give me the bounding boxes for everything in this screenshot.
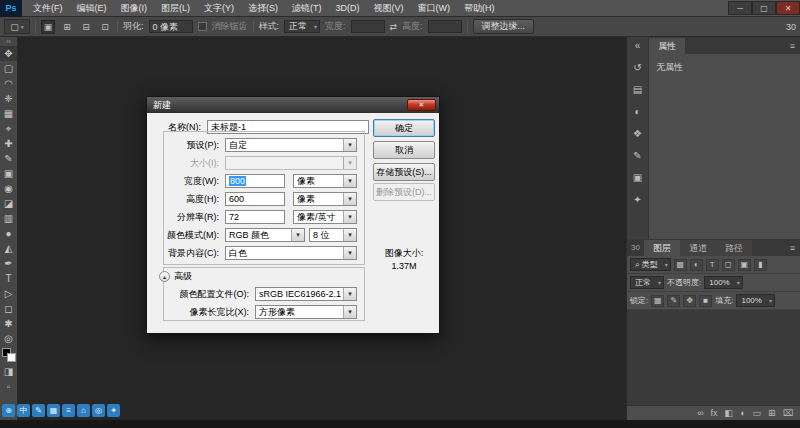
styles-panel-icon[interactable]: ❖ (633, 128, 642, 139)
background-color-swatch[interactable] (7, 353, 16, 362)
gradient-tool-icon[interactable]: ▥ (0, 211, 17, 226)
menu-item-view[interactable]: 视图(V) (367, 0, 411, 17)
ime-home-icon[interactable]: ⌂ (77, 404, 90, 417)
new-layer-icon[interactable]: ⊞ (768, 408, 776, 418)
height-input[interactable]: 600 (225, 192, 285, 206)
hand-tool-icon[interactable]: ✱ (0, 316, 17, 331)
color-swatches[interactable] (2, 348, 16, 362)
zoom-tool-icon[interactable]: ◎ (0, 331, 17, 346)
swatches-panel-icon[interactable]: ▤ (633, 84, 642, 95)
width-input[interactable]: 800 (225, 174, 285, 188)
menu-item-select[interactable]: 选择(S) (241, 0, 285, 17)
pen-tool-icon[interactable]: ✒ (0, 256, 17, 271)
path-selection-tool-icon[interactable]: ▷ (0, 286, 17, 301)
info-panel-icon[interactable]: ✦ (633, 194, 641, 205)
advanced-toggle-icon[interactable]: ▴ (159, 271, 170, 282)
clone-stamp-tool-icon[interactable]: ▣ (0, 166, 17, 181)
toolbar-toggle-icon[interactable]: ›› (6, 37, 11, 46)
layer-group-icon[interactable]: ▭ (753, 408, 762, 418)
subtract-selection-mode-icon[interactable]: ⊟ (79, 20, 93, 34)
menu-item-3d[interactable]: 3D(D) (329, 0, 367, 17)
intersect-selection-mode-icon[interactable]: ⊡ (98, 20, 112, 34)
pixel-aspect-select[interactable]: 方形像素 (255, 305, 357, 319)
layer-effects-icon[interactable]: fx (711, 408, 718, 418)
tab-layers[interactable]: 图层 (644, 240, 680, 256)
filter-type-layers-icon[interactable]: T (706, 259, 719, 271)
filter-shape-layers-icon[interactable]: ◻ (722, 259, 735, 271)
dialog-close-button[interactable]: ✕ (407, 99, 436, 111)
screen-mode-icon[interactable]: ▫ (0, 379, 17, 394)
ime-handwriting-icon[interactable]: ✎ (32, 404, 45, 417)
save-preset-button[interactable]: 存储预设(S)... (373, 163, 435, 181)
filter-pixel-layers-icon[interactable]: ▦ (674, 259, 687, 271)
advanced-header[interactable]: ▴ 高级 (151, 268, 192, 284)
close-button[interactable]: ✕ (776, 1, 800, 15)
shape-tool-icon[interactable]: ◻ (0, 301, 17, 316)
layers-panel-menu-icon[interactable]: ≡ (785, 240, 800, 256)
history-panel-icon[interactable]: ↺ (633, 62, 641, 73)
layer-mask-icon[interactable]: ◧ (725, 408, 734, 418)
marquee-tool-icon[interactable]: ▢ (0, 61, 17, 76)
clone-source-panel-icon[interactable]: ▣ (633, 172, 642, 183)
color-profile-select[interactable]: sRGB IEC61966-2.1 (255, 287, 357, 301)
move-tool-icon[interactable]: ✥ (0, 46, 17, 61)
height-unit-select[interactable]: 像素 (293, 192, 357, 206)
adjustment-layer-icon[interactable]: ◐ (740, 408, 745, 418)
crop-tool-icon[interactable]: ▦ (0, 106, 17, 121)
opacity-select[interactable]: 100% (704, 276, 742, 289)
tab-channels[interactable]: 通道 (680, 240, 716, 256)
bit-depth-select[interactable]: 8 位 (309, 228, 357, 242)
dodge-tool-icon[interactable]: ◭ (0, 241, 17, 256)
history-brush-tool-icon[interactable]: ◉ (0, 181, 17, 196)
swap-dimensions-icon[interactable]: ⇄ (390, 22, 398, 32)
adjustments-panel-icon[interactable]: ◐ (634, 106, 640, 117)
menu-item-filter[interactable]: 滤镜(T) (285, 0, 329, 17)
width-unit-select[interactable]: 像素 (293, 174, 357, 188)
lock-all-icon[interactable]: ■ (699, 295, 712, 307)
ime-keyboard-icon[interactable]: ▦ (47, 404, 60, 417)
menu-item-window[interactable]: 窗口(W) (411, 0, 458, 17)
dock-expand-icon[interactable]: « (635, 40, 641, 51)
feather-input[interactable]: 0 像素 (149, 20, 193, 33)
antialias-checkbox[interactable] (198, 22, 207, 31)
link-layers-icon[interactable]: ∞ (697, 408, 703, 418)
menu-item-type[interactable]: 文字(Y) (197, 0, 241, 17)
eyedropper-tool-icon[interactable]: ⌖ (0, 121, 17, 136)
menu-item-help[interactable]: 帮助(H) (457, 0, 502, 17)
background-select[interactable]: 白色 (225, 246, 357, 260)
lasso-tool-icon[interactable]: ◠ (0, 76, 17, 91)
menu-item-image[interactable]: 图像(I) (114, 0, 155, 17)
preset-select[interactable]: 自定 (225, 138, 357, 152)
resolution-input[interactable]: 72 (225, 210, 285, 224)
style-select[interactable]: 正常 (284, 20, 320, 33)
ime-logo-icon[interactable]: ⊕ (2, 404, 15, 417)
quick-selection-tool-icon[interactable]: ❈ (0, 91, 17, 106)
ok-button[interactable]: 确定 (373, 119, 435, 137)
filter-smart-objects-icon[interactable]: ▣ (738, 259, 751, 271)
cancel-button[interactable]: 取消 (373, 141, 435, 159)
eraser-tool-icon[interactable]: ◪ (0, 196, 17, 211)
menu-item-edit[interactable]: 编辑(E) (70, 0, 114, 17)
menu-item-file[interactable]: 文件(F) (26, 0, 70, 17)
width-input[interactable] (351, 20, 385, 33)
menu-item-layer[interactable]: 图层(L) (154, 0, 197, 17)
tab-paths[interactable]: 路径 (716, 240, 752, 256)
new-selection-mode-icon[interactable]: ▣ (41, 20, 55, 34)
lock-transparency-icon[interactable]: ▦ (651, 295, 664, 307)
ime-chinese-mode-icon[interactable]: 中 (17, 404, 30, 417)
tab-properties[interactable]: 属性 (649, 38, 685, 54)
resolution-unit-select[interactable]: 像素/英寸 (293, 210, 357, 224)
dialog-titlebar[interactable]: 新建 (147, 97, 439, 113)
ime-search-icon[interactable]: ◎ (92, 404, 105, 417)
minimize-button[interactable]: ─ (728, 1, 752, 15)
quick-mask-icon[interactable]: ◨ (0, 364, 17, 379)
healing-brush-tool-icon[interactable]: ✚ (0, 136, 17, 151)
layer-list[interactable] (627, 310, 800, 405)
properties-panel-menu-icon[interactable]: ≡ (785, 38, 800, 54)
type-tool-icon[interactable]: T (0, 271, 17, 286)
refine-edge-button[interactable]: 调整边缘... (473, 19, 535, 34)
filter-adjustment-layers-icon[interactable]: ◐ (690, 259, 703, 271)
delete-layer-icon[interactable]: ⌧ (783, 408, 793, 418)
maximize-button[interactable]: ▢ (752, 1, 776, 15)
color-mode-select[interactable]: RGB 颜色 (225, 228, 305, 242)
